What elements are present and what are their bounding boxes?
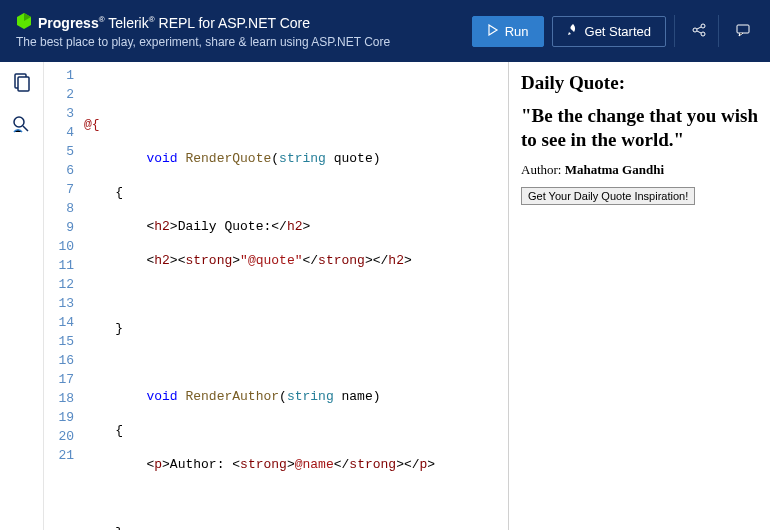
- feedback-button[interactable]: [718, 15, 754, 47]
- share-icon: [691, 22, 707, 41]
- code-editor[interactable]: 123456789101112131415161718192021 @{ voi…: [44, 62, 508, 530]
- brand: Progress® Telerik® REPL for ASP.NET Core: [16, 13, 390, 33]
- feedback-icon: [735, 22, 751, 41]
- progress-logo-icon: [16, 13, 32, 33]
- get-quote-button[interactable]: Get Your Daily Quote Inspiration!: [521, 187, 695, 205]
- line-gutter: 123456789101112131415161718192021: [44, 62, 84, 530]
- code-content: @{ void RenderQuote(string quote) { <h2>…: [84, 62, 508, 530]
- get-started-button[interactable]: Get Started: [552, 16, 666, 47]
- play-icon: [487, 24, 499, 39]
- files-icon[interactable]: [11, 72, 33, 94]
- assets-icon[interactable]: [11, 114, 33, 136]
- daily-quote-heading: Daily Quote:: [521, 72, 758, 94]
- svg-point-0: [693, 28, 697, 32]
- main-area: 123456789101112131415161718192021 @{ voi…: [0, 62, 770, 530]
- svg-rect-3: [737, 25, 749, 33]
- svg-point-6: [14, 117, 24, 127]
- share-button[interactable]: [674, 15, 710, 47]
- svg-point-2: [701, 32, 705, 36]
- tagline: The best place to play, experiment, shar…: [16, 35, 390, 49]
- svg-rect-5: [18, 77, 29, 91]
- run-button[interactable]: Run: [472, 16, 544, 47]
- rocket-icon: [567, 24, 579, 39]
- brand-text: Progress® Telerik® REPL for ASP.NET Core: [38, 15, 310, 31]
- quote-text: "Be the change that you wish to see in t…: [521, 104, 758, 152]
- sidebar: [0, 62, 44, 530]
- output-panel: Daily Quote: "Be the change that you wis…: [508, 62, 770, 530]
- author-line: Author: Mahatma Gandhi: [521, 162, 758, 178]
- app-header: Progress® Telerik® REPL for ASP.NET Core…: [0, 0, 770, 62]
- svg-point-1: [701, 24, 705, 28]
